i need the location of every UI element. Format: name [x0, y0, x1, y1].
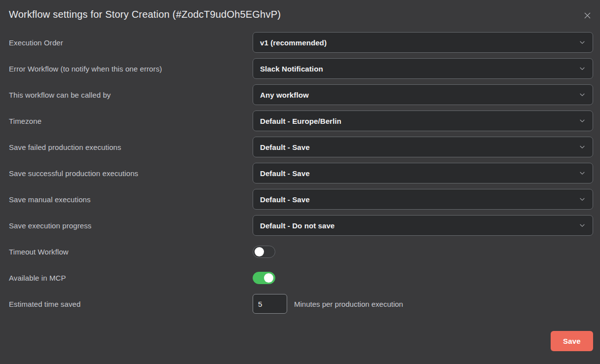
label-called-by: This workflow can be called by	[9, 91, 111, 99]
label-error-workflow: Error Workflow (to notify when this one …	[9, 65, 162, 73]
error-workflow-select[interactable]: Slack Notification	[253, 58, 593, 79]
select-value: Default - Save	[260, 195, 310, 204]
chevron-down-icon	[579, 196, 586, 203]
label-save-failed: Save failed production executions	[9, 143, 121, 151]
timeout-workflow-toggle[interactable]	[253, 246, 275, 258]
save-manual-executions-select[interactable]: Default - Save	[253, 189, 593, 210]
save-button[interactable]: Save	[551, 331, 593, 351]
row-save-successful: Save successful production executions De…	[9, 163, 593, 183]
label-save-successful: Save successful production executions	[9, 169, 138, 178]
row-execution-order: Execution Order v1 (recommended)	[9, 32, 593, 53]
label-timezone: Timezone	[9, 117, 41, 125]
modal-title: Workflow settings for Story Creation (#Z…	[9, 9, 281, 20]
execution-order-select[interactable]: v1 (recommended)	[253, 32, 593, 53]
chevron-down-icon	[579, 222, 586, 229]
close-button[interactable]	[582, 10, 593, 21]
label-timeout-workflow: Timeout Workflow	[9, 248, 69, 256]
select-value: Default - Europe/Berlin	[260, 117, 341, 125]
chevron-down-icon	[579, 91, 586, 98]
toggle-knob	[264, 273, 273, 283]
modal-header: Workflow settings for Story Creation (#Z…	[9, 9, 593, 21]
row-available-in-mcp: Available in MCP	[9, 267, 593, 288]
save-failed-executions-select[interactable]: Default - Save	[253, 137, 593, 157]
workflow-settings-modal: Workflow settings for Story Creation (#Z…	[0, 0, 600, 364]
chevron-down-icon	[579, 65, 586, 72]
close-icon	[584, 12, 591, 19]
label-available-in-mcp: Available in MCP	[9, 274, 66, 282]
select-value: Slack Notification	[260, 65, 323, 73]
row-save-failed: Save failed production executions Defaul…	[9, 137, 593, 157]
select-value: Any workflow	[260, 91, 309, 99]
row-timeout-workflow: Timeout Workflow	[9, 241, 593, 262]
row-timezone: Timezone Default - Europe/Berlin	[9, 110, 593, 131]
chevron-down-icon	[579, 39, 586, 46]
select-value: Default - Save	[260, 143, 310, 151]
chevron-down-icon	[579, 144, 586, 150]
toggle-knob	[255, 247, 264, 256]
timezone-select[interactable]: Default - Europe/Berlin	[253, 110, 593, 131]
label-save-progress: Save execution progress	[9, 221, 91, 230]
estimated-time-suffix: Minutes per production execution	[294, 300, 403, 308]
row-error-workflow: Error Workflow (to notify when this one …	[9, 58, 593, 79]
label-execution-order: Execution Order	[9, 38, 63, 47]
row-called-by: This workflow can be called by Any workf…	[9, 84, 593, 105]
save-successful-executions-select[interactable]: Default - Save	[253, 163, 593, 183]
label-save-manual: Save manual executions	[9, 195, 91, 204]
modal-footer: Save	[9, 331, 593, 351]
select-value: Default - Save	[260, 169, 310, 178]
label-estimated-time-saved: Estimated time saved	[9, 300, 80, 308]
called-by-select[interactable]: Any workflow	[253, 84, 593, 105]
select-value: v1 (recommended)	[260, 38, 327, 47]
settings-rows: Execution Order v1 (recommended) Error W…	[9, 32, 593, 314]
row-save-manual: Save manual executions Default - Save	[9, 189, 593, 210]
estimated-time-input[interactable]	[253, 294, 287, 314]
save-execution-progress-select[interactable]: Default - Do not save	[253, 215, 593, 236]
available-in-mcp-toggle[interactable]	[253, 272, 275, 284]
select-value: Default - Do not save	[260, 221, 335, 230]
chevron-down-icon	[579, 117, 586, 124]
row-estimated-time-saved: Estimated time saved Minutes per product…	[9, 293, 593, 314]
row-save-progress: Save execution progress Default - Do not…	[9, 215, 593, 236]
chevron-down-icon	[579, 170, 586, 177]
